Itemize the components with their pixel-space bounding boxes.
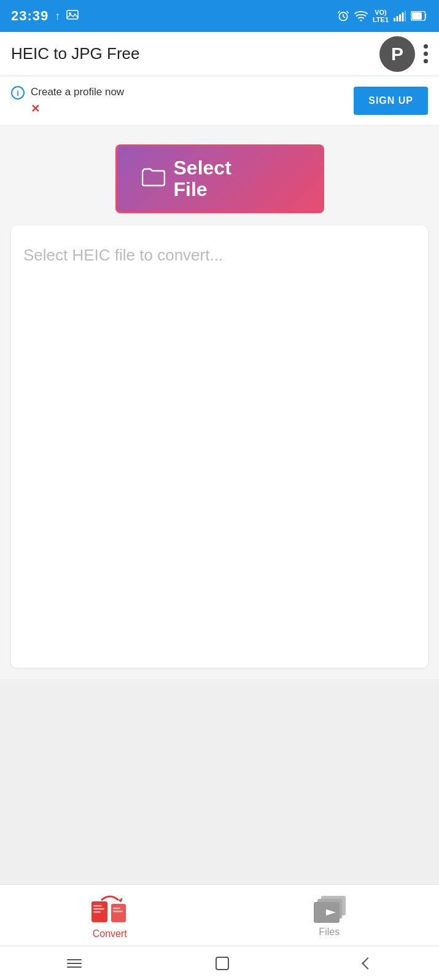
svg-rect-17: [113, 911, 123, 912]
home-button[interactable]: [216, 957, 229, 970]
signup-button[interactable]: SIGN UP: [354, 87, 428, 115]
files-label: Files: [319, 927, 340, 938]
menu-dot: [424, 59, 428, 63]
app-bar: HEIC to JPG Free P: [0, 32, 439, 76]
status-bar: 23:39 ↑ VO)LTE1: [0, 0, 439, 32]
image-icon: [66, 10, 79, 23]
nav-item-convert[interactable]: Convert: [0, 892, 220, 939]
status-bar-right: VO)LTE1: [337, 9, 428, 23]
svg-rect-5: [397, 16, 398, 22]
svg-rect-4: [394, 18, 395, 22]
alarm-icon: [337, 10, 349, 22]
svg-rect-16: [113, 907, 120, 909]
svg-marker-18: [118, 898, 123, 903]
back-button[interactable]: [363, 959, 372, 968]
upload-icon: ↑: [55, 10, 60, 23]
network-label: VO)LTE1: [373, 9, 389, 23]
files-svg-icon: [313, 893, 349, 924]
svg-rect-6: [399, 14, 401, 22]
svg-rect-0: [67, 10, 78, 19]
svg-rect-15: [111, 904, 126, 922]
convert-svg-icon: [90, 892, 130, 925]
app-bar-right: P: [379, 36, 428, 72]
menu-dot: [424, 44, 428, 49]
bottom-nav: Convert Files: [0, 884, 439, 946]
banner-text-group: Create a profile now ✕: [31, 86, 124, 116]
main-content: SelectFile Select HEIC file to convert..…: [0, 126, 439, 679]
svg-rect-14: [93, 911, 101, 913]
select-file-label: SelectFile: [174, 157, 231, 200]
menu-dot: [424, 52, 428, 56]
home-icon: [216, 957, 229, 970]
svg-rect-10: [412, 12, 422, 20]
file-area-placeholder: Select HEIC file to convert...: [23, 244, 223, 266]
file-drop-area[interactable]: Select HEIC file to convert...: [11, 225, 428, 668]
profile-banner: i Create a profile now ✕ SIGN UP: [0, 76, 439, 126]
system-nav: [0, 946, 439, 980]
more-options-button[interactable]: [424, 44, 428, 63]
parking-logo: P: [379, 36, 415, 72]
svg-rect-12: [93, 905, 102, 907]
status-time: 23:39: [11, 8, 49, 24]
recent-apps-button[interactable]: [67, 959, 82, 968]
status-bar-left: 23:39 ↑: [11, 8, 79, 24]
svg-rect-13: [93, 908, 104, 910]
banner-left: i Create a profile now ✕: [11, 86, 124, 116]
svg-point-3: [360, 20, 362, 22]
app-title: HEIC to JPG Free: [11, 44, 140, 63]
wifi-icon: [354, 10, 368, 22]
nav-item-files[interactable]: Files: [220, 893, 440, 938]
info-icon: i: [11, 86, 25, 100]
convert-label: Convert: [93, 928, 127, 939]
select-file-button[interactable]: SelectFile: [115, 144, 324, 213]
signal-icon: [394, 10, 406, 22]
folder-icon: [142, 167, 165, 191]
recent-icon: [67, 959, 82, 968]
banner-close-button[interactable]: ✕: [31, 102, 124, 116]
back-icon: [362, 957, 374, 970]
svg-rect-7: [402, 12, 404, 22]
banner-text: Create a profile now: [31, 86, 124, 98]
files-icon: [313, 893, 346, 923]
svg-rect-8: [405, 10, 406, 22]
battery-icon: [411, 11, 428, 21]
convert-icon: [90, 892, 130, 925]
